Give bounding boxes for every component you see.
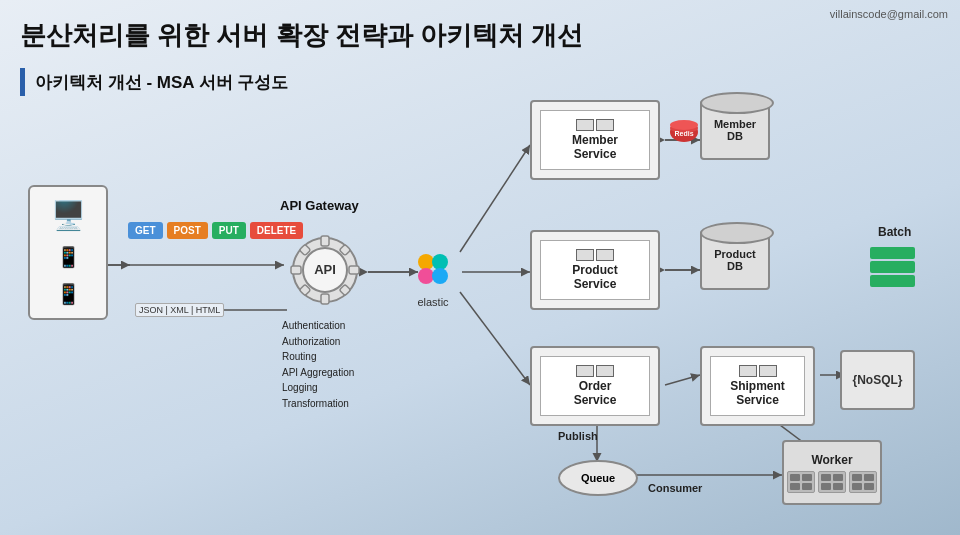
mobile-icon: 📱 (56, 282, 81, 306)
svg-rect-21 (321, 294, 329, 304)
member-service-name: MemberService (572, 133, 618, 162)
nosql-box: {NoSQL} (840, 350, 915, 410)
member-service-icon-row (576, 119, 614, 131)
redis-icon: Redis (668, 118, 700, 153)
svg-point-31 (418, 268, 434, 284)
worker-cell-1 (787, 471, 815, 493)
svg-text:Redis: Redis (674, 130, 693, 137)
green-layer-3 (870, 275, 915, 287)
elastic-node: elastic (408, 244, 458, 308)
queue-shape: Queue (558, 460, 638, 496)
worker-cell-2 (818, 471, 846, 493)
consumer-label: Consumer (648, 482, 702, 494)
page-title: 분산처리를 위한 서버 확장 전략과 아키텍처 개선 (20, 18, 583, 53)
member-db-name: MemberDB (714, 118, 756, 142)
shipment-service-box: ShipmentService (700, 346, 815, 426)
order-service-name: OrderService (574, 379, 617, 408)
wcd-3 (790, 483, 800, 490)
worker-box: Worker (782, 440, 882, 505)
member-db-cylinder: MemberDB (700, 100, 770, 160)
method-post: POST (167, 222, 208, 239)
desktop-icon: 🖥️ (51, 199, 86, 232)
svg-text:API: API (314, 262, 336, 277)
gateway-desc-transform: Transformation (282, 396, 354, 412)
order-service-rect-1 (576, 365, 594, 377)
elastic-label: elastic (417, 296, 448, 308)
shipment-service-rect-1 (739, 365, 757, 377)
nosql-label: {NoSQL} (852, 373, 902, 387)
gateway-desc-routing: Routing (282, 349, 354, 365)
product-service-rect-2 (596, 249, 614, 261)
order-service-rect-2 (596, 365, 614, 377)
tablet-icon: 📱 (56, 245, 81, 269)
wcd-6 (833, 474, 843, 481)
batch-icon (870, 247, 915, 287)
svg-point-35 (670, 120, 698, 130)
svg-rect-22 (291, 266, 301, 274)
member-db-shape: MemberDB (700, 100, 770, 160)
svg-rect-20 (321, 236, 329, 246)
http-methods-row: GET POST PUT DELETE (128, 222, 303, 239)
batch-label: Batch (878, 225, 911, 239)
svg-point-30 (432, 254, 448, 270)
svg-line-5 (460, 145, 530, 252)
queue-ellipse: Queue (558, 460, 638, 496)
shipment-service-icon-row (739, 365, 777, 377)
worker-label: Worker (811, 453, 852, 467)
gateway-desc-authz: Authorization (282, 334, 354, 350)
product-db-cylinder: ProductDB (700, 230, 770, 290)
wcd-12 (864, 483, 874, 490)
wcd-7 (821, 483, 831, 490)
green-layer-2 (870, 261, 915, 273)
devices-box: 🖥️ 📱 📱 (28, 185, 108, 320)
wcd-10 (864, 474, 874, 481)
subtitle-bar: 아키텍처 개선 - MSA 서버 구성도 (20, 68, 288, 96)
wcd-1 (790, 474, 800, 481)
json-xml-html-label: JSON | XML | HTML (135, 303, 224, 317)
product-service-box: ProductService (530, 230, 660, 310)
member-service-inner: MemberService (540, 110, 650, 170)
queue-label: Queue (581, 472, 615, 484)
member-service-rect-1 (576, 119, 594, 131)
subtitle-accent (20, 68, 25, 96)
wcd-5 (821, 474, 831, 481)
email-label: villainscode@gmail.com (830, 8, 948, 20)
wcd-9 (852, 474, 862, 481)
gateway-description: Authentication Authorization Routing API… (282, 318, 354, 411)
order-service-icon-row (576, 365, 614, 377)
method-put: PUT (212, 222, 246, 239)
green-layer-1 (870, 247, 915, 259)
worker-grid (787, 471, 877, 493)
svg-point-29 (418, 254, 434, 270)
api-gear-icon: API (285, 230, 365, 310)
wcd-11 (852, 483, 862, 490)
product-service-inner: ProductService (540, 240, 650, 300)
shipment-service-rect-2 (759, 365, 777, 377)
wcd-8 (833, 483, 843, 490)
member-service-rect-2 (596, 119, 614, 131)
gateway-desc-aggregation: API Aggregation (282, 365, 354, 381)
subtitle-text: 아키텍처 개선 - MSA 서버 구성도 (35, 71, 288, 94)
product-service-name: ProductService (572, 263, 617, 292)
method-get: GET (128, 222, 163, 239)
member-service-box: MemberService (530, 100, 660, 180)
wcd-4 (802, 483, 812, 490)
order-service-inner: OrderService (540, 356, 650, 416)
order-service-box: OrderService (530, 346, 660, 426)
shipment-service-name: ShipmentService (730, 379, 785, 408)
svg-point-32 (432, 268, 448, 284)
product-service-rect-1 (576, 249, 594, 261)
product-db-shape: ProductDB (700, 230, 770, 290)
publish-label: Publish (558, 430, 598, 442)
gateway-desc-auth: Authentication (282, 318, 354, 334)
wcd-2 (802, 474, 812, 481)
product-db-name: ProductDB (714, 248, 756, 272)
shipment-service-inner: ShipmentService (710, 356, 805, 416)
svg-rect-23 (349, 266, 359, 274)
product-service-icon-row (576, 249, 614, 261)
gateway-desc-logging: Logging (282, 380, 354, 396)
svg-line-12 (665, 375, 700, 385)
svg-line-7 (460, 292, 530, 385)
api-gateway-label: API Gateway (280, 198, 359, 213)
worker-cell-3 (849, 471, 877, 493)
